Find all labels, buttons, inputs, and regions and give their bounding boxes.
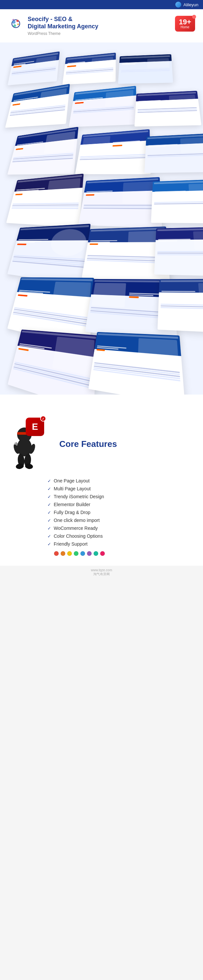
- svg-point-2: [16, 20, 19, 22]
- separator: [0, 395, 203, 408]
- alileyun-brand: Alileyun: [183, 2, 198, 7]
- feature-label-1: One Page Layout: [54, 478, 90, 484]
- svg-point-5: [13, 19, 14, 21]
- color-dot-yellow: [67, 551, 72, 556]
- screenshot-11: [78, 177, 162, 228]
- check-icon-5: ✓: [48, 510, 51, 515]
- svg-point-4: [13, 24, 16, 27]
- product-title-area: Seocify - SEO & Digital Marketing Agency…: [28, 16, 98, 36]
- screenshot-15: [154, 227, 203, 277]
- color-dots-row: [54, 551, 195, 556]
- screenshot-18: [158, 279, 203, 333]
- screenshots-showcase: [0, 43, 203, 395]
- screenshot-8: [75, 129, 151, 174]
- product-title: Seocify - SEO & Digital Marketing Agency: [28, 16, 98, 30]
- screenshot-9: [144, 133, 203, 173]
- watermark-site: www.tqze.com: [3, 568, 200, 572]
- product-logo-icon: [8, 16, 24, 32]
- screenshot-13: [7, 224, 91, 285]
- feature-item-9: ✓ Friendly Support: [48, 540, 195, 548]
- feature-item-7: ✓ WoCommerce Ready: [48, 524, 195, 532]
- screenshot-20: [88, 332, 185, 395]
- product-header: Seocify - SEO & Digital Marketing Agency…: [0, 9, 203, 43]
- color-dot-red: [54, 551, 59, 556]
- feature-item-2: ✓ Multi Page Layout: [48, 485, 195, 493]
- bottom-watermark: www.tqze.com 淘气奇异网: [0, 566, 203, 579]
- screenshot-1: [8, 51, 60, 85]
- feature-label-2: Multi Page Layout: [54, 486, 91, 491]
- iso-grid: [3, 46, 200, 391]
- check-icon-9: ✓: [48, 542, 51, 547]
- screenshot-2: [62, 52, 116, 85]
- check-icon-8: ✓: [48, 534, 51, 539]
- screenshot-3: [118, 54, 173, 84]
- feature-label-6: One click demo import: [54, 518, 99, 523]
- feature-label-3: Trendy iSometric Design: [54, 494, 104, 499]
- screenshot-6: [134, 91, 201, 127]
- feature-item-8: ✓ Color Choosing Options: [48, 532, 195, 540]
- color-dot-pink: [100, 551, 105, 556]
- feature-item-1: ✓ One Page Layout: [48, 477, 195, 485]
- check-icon-1: ✓: [48, 479, 51, 484]
- color-dot-blue: [80, 551, 85, 556]
- top-bar: Alileyun: [0, 0, 203, 9]
- features-list: ✓ One Page Layout ✓ Multi Page Layout ✓ …: [48, 477, 195, 548]
- feature-label-9: Friendly Support: [54, 541, 88, 547]
- feature-item-4: ✓ Elementor Builder: [48, 501, 195, 508]
- logo-area: Seocify - SEO & Digital Marketing Agency…: [8, 16, 98, 36]
- watermark-cn: 淘气奇异网: [3, 572, 200, 576]
- feature-label-5: Fully Drag & Drop: [54, 510, 90, 515]
- screenshot-19: [8, 329, 98, 395]
- screenshot-10: [6, 174, 84, 228]
- color-dot-orange: [61, 551, 65, 556]
- check-icon-4: ✓: [48, 502, 51, 507]
- feature-label-8: Color Choosing Options: [54, 533, 103, 539]
- feature-label-4: Elementor Builder: [54, 502, 90, 507]
- screenshot-7: [7, 127, 78, 175]
- check-icon-7: ✓: [48, 526, 51, 531]
- check-icon-3: ✓: [48, 494, 51, 499]
- screenshot-5: [69, 86, 137, 127]
- screenshot-12: [151, 179, 203, 223]
- feature-item-6: ✓ One click demo import: [48, 516, 195, 524]
- features-list-container: ✓ One Page Layout ✓ Multi Page Layout ✓ …: [48, 477, 195, 556]
- feature-item-3: ✓ Trendy iSometric Design: [48, 493, 195, 501]
- screenshot-4: [5, 84, 70, 128]
- color-dot-green: [74, 551, 78, 556]
- product-subtitle: WordPress Theme: [28, 31, 98, 36]
- alileyun-logo-icon: [175, 2, 181, 8]
- svg-point-3: [17, 23, 19, 25]
- svg-point-1: [12, 21, 16, 24]
- color-dot-purple: [87, 551, 92, 556]
- home-count-badge: 19+ Home: [175, 16, 195, 32]
- check-icon-2: ✓: [48, 486, 51, 491]
- features-header: E ✓ Core Features: [8, 418, 195, 470]
- feature-item-5: ✓ Fully Drag & Drop: [48, 508, 195, 516]
- color-dot-teal: [94, 551, 98, 556]
- features-title: Core Features: [59, 439, 117, 449]
- feature-label-7: WoCommerce Ready: [54, 525, 98, 531]
- check-icon-6: ✓: [48, 518, 51, 523]
- features-section: E ✓ Core Features ✓ One Page Layout ✓ Mu…: [0, 408, 203, 566]
